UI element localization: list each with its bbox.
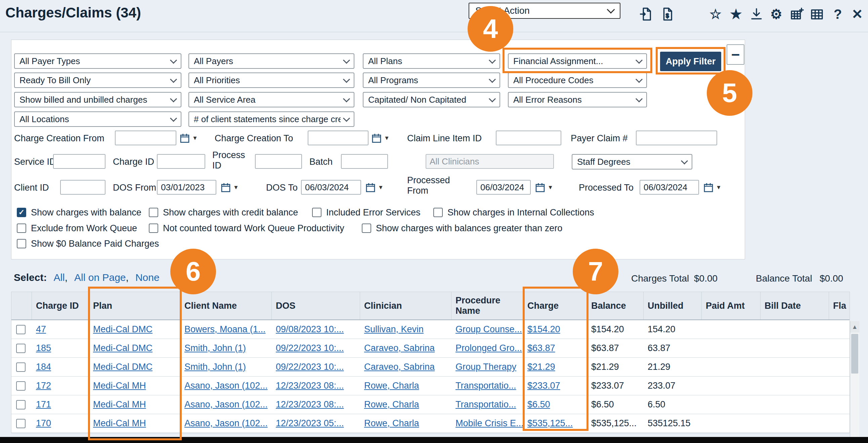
header-balance[interactable]: Balance xyxy=(587,292,644,319)
processed-from-input[interactable]: 06/03/2024 xyxy=(476,180,531,195)
clinicians-input[interactable]: All Clinicians xyxy=(426,154,554,169)
client-statements-select[interactable]: # of client statements since charge crea xyxy=(188,111,354,127)
procedure-link[interactable]: Group Counse... xyxy=(456,324,522,334)
payer-types-select[interactable]: All Payer Types xyxy=(14,54,181,69)
header-paid-amt[interactable]: Paid Amt xyxy=(702,292,761,319)
charge-creation-from-input[interactable] xyxy=(115,131,176,145)
apply-filter-button[interactable]: Apply Filter xyxy=(660,52,721,71)
clinician-link[interactable]: Caraveo, Sabrina xyxy=(364,362,435,372)
star-outline-icon[interactable]: ☆ xyxy=(707,6,723,22)
programs-select[interactable]: All Programs xyxy=(363,72,500,88)
client-link[interactable]: Asano, Jason (102... xyxy=(184,381,268,390)
payers-select[interactable]: All Payers xyxy=(188,54,354,69)
processed-from-calendar[interactable]: ▼ xyxy=(535,180,553,195)
charge-link[interactable]: $63.87 xyxy=(527,343,555,353)
process-id-input[interactable] xyxy=(255,154,302,169)
header-bill-date[interactable]: Bill Date xyxy=(761,292,829,319)
client-link[interactable]: Asano, Jason (102... xyxy=(184,418,268,428)
table-grid-icon[interactable] xyxy=(809,6,825,22)
checkbox-balances-greater-than-zero[interactable]: Show charges with balances greater than … xyxy=(362,223,562,234)
header-clinician[interactable]: Clinician xyxy=(360,292,452,319)
error-reasons-select[interactable]: All Error Reasons xyxy=(508,92,647,107)
help-icon[interactable]: ? xyxy=(830,6,846,22)
checkbox[interactable] xyxy=(362,224,371,233)
dos-link[interactable]: 09/22/2023 10:... xyxy=(276,362,344,372)
charge-id-link[interactable]: 47 xyxy=(36,324,46,334)
checkbox[interactable] xyxy=(17,224,26,233)
charge-creation-to-input[interactable] xyxy=(308,131,369,145)
capitated-select[interactable]: Capitated/ Non Capitated xyxy=(363,92,500,107)
procedure-codes-select[interactable]: All Procedure Codes xyxy=(508,72,647,88)
checkbox[interactable] xyxy=(149,224,158,233)
plans-select[interactable]: All Plans xyxy=(363,54,500,69)
checkbox-zero-balance-paid-charges[interactable]: Show $0 Balance Paid Charges xyxy=(17,238,159,249)
plan-link[interactable]: Medi-Cal MH xyxy=(93,381,146,390)
plan-link[interactable]: Medi-Cal DMC xyxy=(93,343,153,353)
charge-creation-from-calendar[interactable]: ▼ xyxy=(179,131,198,146)
service-area-select[interactable]: All Service Area xyxy=(188,92,354,107)
collapse-filter-button[interactable]: − xyxy=(726,44,744,65)
charge-id-link[interactable]: 184 xyxy=(36,362,51,372)
clinician-link[interactable]: Caraveo, Sabrina xyxy=(364,343,435,353)
charge-link[interactable]: $233.07 xyxy=(527,381,560,390)
row-checkbox[interactable] xyxy=(16,400,26,409)
charge-id-link[interactable]: 172 xyxy=(36,381,51,390)
dos-link[interactable]: 12/23/2023 08:... xyxy=(276,399,344,409)
client-link[interactable]: Asano, Jason (102... xyxy=(184,399,268,409)
procedure-link[interactable]: Transportatio... xyxy=(456,381,516,390)
charge-id-link[interactable]: 170 xyxy=(36,418,51,428)
row-checkbox[interactable] xyxy=(16,363,26,372)
vertical-scrollbar[interactable]: ▲ xyxy=(850,321,859,438)
clinician-link[interactable]: Rowe, Charla xyxy=(364,381,419,390)
bill-status-select[interactable]: Ready To Bill Only xyxy=(14,72,181,88)
dos-link[interactable]: 12/23/2023 08:... xyxy=(276,381,344,390)
charge-link[interactable]: $535,125... xyxy=(527,418,573,428)
add-column-table-icon[interactable] xyxy=(789,6,805,22)
dos-from-calendar[interactable]: ▼ xyxy=(220,180,239,195)
row-checkbox[interactable] xyxy=(16,381,26,390)
charge-id-link[interactable]: 171 xyxy=(36,399,51,409)
processed-to-input[interactable]: 06/03/2024 xyxy=(640,180,699,195)
checkbox-included-error-services[interactable]: Included Error Services xyxy=(312,207,421,218)
claim-line-item-id-input[interactable] xyxy=(496,131,561,145)
dos-to-input[interactable]: 06/03/2024 xyxy=(301,180,361,195)
scroll-up-button[interactable]: ▲ xyxy=(850,321,859,333)
export-file-icon[interactable] xyxy=(638,6,654,22)
dos-from-input[interactable]: 03/01/2023 xyxy=(157,180,216,195)
checkbox[interactable] xyxy=(149,208,158,217)
select-all-link[interactable]: All xyxy=(54,272,64,283)
dos-link[interactable]: 09/08/2023 10:... xyxy=(276,324,344,334)
staff-degrees-select[interactable]: Staff Degrees xyxy=(572,154,692,169)
header-flag[interactable]: Fla xyxy=(829,292,850,319)
checkbox[interactable] xyxy=(312,208,321,217)
financial-assignment-select[interactable]: Financial Assignment... xyxy=(508,54,647,69)
header-charge[interactable]: Charge xyxy=(523,292,587,319)
dos-link[interactable]: 12/23/2023 05:... xyxy=(276,418,344,428)
checkbox-show-charges-internal-collections[interactable]: Show charges in Internal Collections xyxy=(433,207,594,218)
dos-link[interactable]: 09/22/2023 10:... xyxy=(276,343,344,353)
client-link[interactable]: Smith, John (1) xyxy=(184,362,246,372)
service-id-input[interactable] xyxy=(53,154,105,169)
client-link[interactable]: Smith, John (1) xyxy=(184,343,246,353)
plan-link[interactable]: Medi-Cal DMC xyxy=(93,324,153,334)
charge-link[interactable]: $154.20 xyxy=(527,324,560,334)
select-all-on-page-link[interactable]: All on Page xyxy=(74,272,126,283)
procedure-link[interactable]: Transportatio... xyxy=(456,399,516,409)
row-checkbox[interactable] xyxy=(16,344,26,353)
procedure-link[interactable]: Group Therapy xyxy=(456,362,516,372)
procedure-link[interactable]: Mobile Crisis E... xyxy=(456,418,523,428)
locations-select[interactable]: All Locations xyxy=(14,111,181,127)
close-icon[interactable]: ✕ xyxy=(849,6,865,22)
charge-id-input[interactable] xyxy=(157,154,205,169)
plan-link[interactable]: Medi-Cal DMC xyxy=(93,362,153,372)
row-checkbox[interactable] xyxy=(16,325,26,334)
processed-to-calendar[interactable]: ▼ xyxy=(703,180,721,195)
header-unbilled[interactable]: Unbilled xyxy=(644,292,702,319)
header-procedure-name[interactable]: Procedure Name xyxy=(452,292,523,319)
batch-input[interactable] xyxy=(341,154,388,169)
checkbox-show-charges-with-balance[interactable]: Show charges with balance xyxy=(17,207,142,218)
client-link[interactable]: Bowers, Moana (1... xyxy=(184,324,266,334)
checkbox-exclude-work-queue[interactable]: Exclude from Work Queue xyxy=(17,223,137,234)
client-id-input[interactable] xyxy=(60,180,105,195)
header-charge-id[interactable]: Charge ID xyxy=(32,292,89,319)
